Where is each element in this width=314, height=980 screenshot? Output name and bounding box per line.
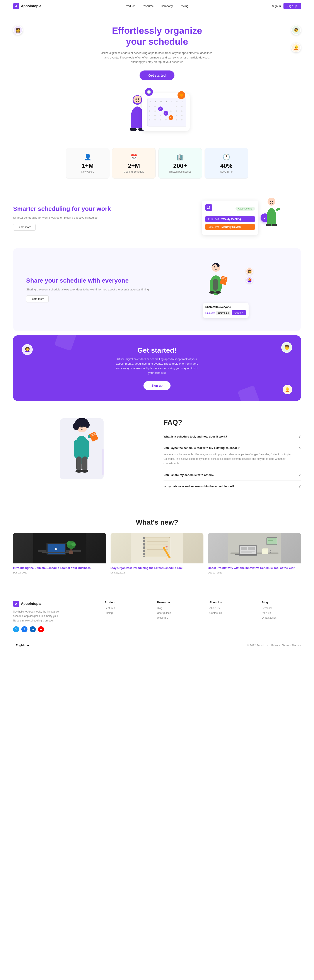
footer-link-webinars[interactable]: Webinars: [157, 616, 196, 619]
svg-point-70: [82, 426, 84, 427]
footer-bottom: English © 2022 Brand, Inc. · Privacy · T…: [13, 639, 301, 648]
language-selector[interactable]: English: [13, 643, 30, 648]
footer-link-contactus[interactable]: Contact us: [209, 611, 249, 614]
footer-link-aboutus[interactable]: About us: [209, 607, 249, 610]
hero-section: 👩 👨 👱 Effortlessly organize your schedul…: [0, 12, 314, 139]
faq-illustration: [60, 418, 103, 479]
svg-point-98: [143, 545, 145, 547]
chevron-down-icon-3: ∨: [298, 484, 301, 488]
footer-link-blog[interactable]: Blog: [157, 607, 196, 610]
faq-question-1[interactable]: Can I sync the schedule tool with my exi…: [163, 446, 301, 450]
faq-item-3[interactable]: Is my data safe and secure within the sc…: [163, 480, 301, 492]
svg-point-34: [154, 115, 156, 116]
signin-button[interactable]: Sign In: [272, 4, 281, 8]
svg-rect-122: [268, 539, 276, 539]
svg-point-7: [133, 95, 141, 103]
share-button[interactable]: Share ↗: [232, 310, 246, 315]
faq-item-2[interactable]: Can I share my schedule with others? ∨: [163, 469, 301, 480]
faq-title: FAQ?: [163, 418, 301, 426]
businesses-icon: 🏢: [165, 153, 196, 161]
news-card-title-2: Boost Productivity with the Innovative S…: [208, 566, 301, 570]
faq-question-0[interactable]: What is a schedule tool, and how does it…: [163, 434, 301, 439]
svg-point-33: [149, 115, 150, 116]
footer-link-pricing[interactable]: Pricing: [105, 611, 144, 614]
hero-subtitle: Utilize digital calendars or scheduling …: [100, 51, 214, 64]
stat-meetings: 📅 2+M Meeting Schedule: [112, 148, 156, 179]
nav-company[interactable]: Company: [161, 4, 173, 8]
linkedin-icon[interactable]: in: [30, 626, 36, 632]
nav-product[interactable]: Product: [125, 4, 135, 8]
copy-link-button[interactable]: Copy Link: [216, 311, 230, 315]
svg-point-36: [176, 115, 177, 116]
nav-links: Product Resource Company Pricing: [125, 4, 189, 8]
footer-copyright: © 2022 Brand, Inc. · Privacy · Terms · S…: [247, 644, 301, 647]
svg-text:✓: ✓: [165, 112, 167, 115]
banner-description: Utilize digital calendars or scheduling …: [116, 357, 198, 375]
svg-point-40: [160, 119, 161, 121]
nav-resource[interactable]: Resource: [141, 4, 154, 8]
svg-point-29: [154, 110, 156, 112]
svg-point-99: [143, 548, 145, 550]
stat-time: 🕐 40% Save Time: [205, 148, 248, 179]
svg-point-90: [67, 541, 72, 546]
svg-text:T: T: [166, 101, 167, 103]
banner-signup-button[interactable]: Sign up: [143, 381, 170, 390]
svg-rect-119: [263, 548, 268, 549]
nav-pricing[interactable]: Pricing: [180, 4, 189, 8]
twitter-icon[interactable]: 𝕏: [13, 626, 19, 632]
svg-point-32: [181, 110, 182, 112]
smarter-title: Smarter scheduling for your work: [13, 205, 151, 213]
schedule-item-monthly: 03:00 PM Monthly Review: [205, 224, 255, 230]
svg-point-24: [149, 106, 150, 107]
footer-link-features[interactable]: Features: [105, 607, 144, 610]
nav-actions: Sign In Sign up: [272, 3, 301, 10]
footer-col-product-heading: Product: [105, 601, 144, 604]
facebook-icon[interactable]: f: [21, 626, 27, 632]
stat-businesses-value: 200+: [165, 162, 196, 169]
hero-title: Effortlessly organize your schedule: [4, 25, 310, 47]
footer-col-about: About Us About us Contact us: [209, 601, 249, 632]
faq-item-0[interactable]: What is a schedule tool, and how does it…: [163, 431, 301, 442]
svg-point-60: [209, 291, 214, 294]
share-person-svg: [203, 261, 229, 301]
stat-businesses-label: Trusted businesses: [165, 170, 196, 173]
smarter-description: Smarter scheduling for work involves emp…: [13, 215, 151, 220]
stat-meetings-label: Meeting Schedule: [118, 170, 149, 173]
footer-col-product: Product Features Pricing: [105, 601, 144, 632]
footer-social: 𝕏 f in ▶: [13, 626, 92, 632]
signup-button[interactable]: Sign up: [284, 3, 301, 10]
news-card-title-0: Introducing the Ultimate Schedule Tool f…: [13, 566, 106, 570]
svg-point-42: [176, 119, 177, 121]
youtube-icon[interactable]: ▶: [38, 626, 44, 632]
svg-text:S: S: [182, 101, 183, 103]
get-started-button[interactable]: Get started: [140, 70, 174, 80]
smarter-person: [263, 196, 280, 232]
svg-rect-117: [235, 554, 257, 555]
svg-point-45: [270, 201, 271, 202]
svg-point-51: [272, 224, 277, 226]
smarter-learn-more[interactable]: Learn more: [13, 224, 35, 231]
faq-decoration-bar: [102, 449, 103, 475]
footer-logo-icon: A: [13, 601, 19, 607]
users-icon: 👤: [72, 153, 103, 161]
svg-point-54: [214, 266, 215, 267]
stat-businesses: 🏢 200+ Trusted businesses: [158, 148, 202, 179]
faq-item-1[interactable]: Can I sync the schedule tool with my exi…: [163, 442, 301, 469]
faq-question-3[interactable]: Is my data safe and secure within the sc…: [163, 484, 301, 488]
footer-link-personal[interactable]: Personal: [262, 607, 301, 610]
news-card-body-1: Stay Organized: Introducing the Latest S…: [111, 563, 204, 576]
footer-bottom-left: English: [13, 643, 30, 648]
svg-point-68: [85, 422, 90, 428]
svg-text:F: F: [171, 101, 172, 103]
footer-link-userguides[interactable]: User guides: [157, 611, 196, 614]
footer-link-organization[interactable]: Organization: [262, 616, 301, 619]
svg-rect-113: [241, 547, 247, 550]
footer-tagline: Say hello to Appointopia, the innovative…: [13, 609, 61, 623]
faq-question-2[interactable]: Can I share my schedule with others? ∨: [163, 473, 301, 477]
svg-point-67: [73, 422, 79, 430]
share-link[interactable]: Link.com: [205, 312, 215, 314]
svg-point-44: [268, 198, 275, 205]
footer-link-startup[interactable]: Start-up: [262, 611, 301, 614]
news-card-date-0: Dec 22, 2022: [13, 571, 106, 574]
share-learn-more[interactable]: Learn more: [26, 296, 49, 302]
